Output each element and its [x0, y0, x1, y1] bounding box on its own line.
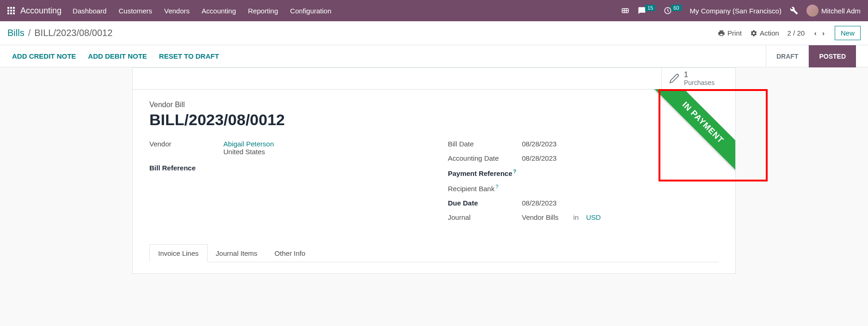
svg-rect-5 [13, 10, 15, 12]
svg-rect-7 [10, 12, 12, 14]
vendor-label: Vendor [149, 140, 223, 148]
purchases-count: 1 [684, 71, 714, 79]
tab-invoice-lines[interactable]: Invoice Lines [149, 244, 208, 262]
journal-in-label: in [573, 213, 579, 221]
svg-rect-3 [7, 10, 9, 12]
activities-icon[interactable]: 60 [664, 6, 681, 15]
help-icon[interactable]: ? [495, 184, 498, 189]
pager: 2 / 20 ‹ › [788, 29, 826, 37]
svg-rect-2 [13, 7, 15, 9]
right-column: Bill Date 08/28/2023 Accounting Date 08/… [448, 140, 719, 228]
add-credit-note-button[interactable]: ADD CREDIT NOTE [12, 52, 76, 60]
journal-label: Journal [448, 213, 522, 221]
new-button[interactable]: New [835, 26, 861, 40]
left-column: Vendor Abigail Peterson United States Bi… [149, 140, 420, 228]
due-date-value[interactable]: 08/28/2023 [522, 199, 557, 207]
edit-icon [669, 73, 679, 84]
accounting-date-value[interactable]: 08/28/2023 [522, 154, 557, 162]
menu-reporting[interactable]: Reporting [248, 7, 278, 15]
bill-date-value[interactable]: 08/28/2023 [522, 140, 557, 148]
main-menu: Dashboard Customers Vendors Accounting R… [73, 7, 331, 15]
user-name: Mitchell Adm [821, 7, 861, 15]
form-sheet: 1 Purchases IN PAYMENT Vendor Bill BILL/… [132, 67, 736, 274]
print-button[interactable]: Print [718, 29, 742, 37]
tab-other-info[interactable]: Other Info [266, 244, 314, 262]
action-button[interactable]: Action [750, 29, 779, 37]
pager-next-icon[interactable]: › [820, 29, 826, 37]
due-date-label: Due Date [448, 199, 522, 207]
vendor-link[interactable]: Abigail Peterson [223, 140, 274, 148]
debug-icon[interactable] [790, 6, 798, 15]
reset-to-draft-button[interactable]: RESET TO DRAFT [159, 52, 219, 60]
svg-rect-4 [10, 10, 12, 12]
top-navbar: Accounting Dashboard Customers Vendors A… [0, 0, 868, 21]
control-panel: Bills / BILL/2023/08/0012 Print Action 2… [0, 21, 868, 45]
menu-vendors[interactable]: Vendors [164, 7, 190, 15]
menu-accounting[interactable]: Accounting [202, 7, 236, 15]
shortcuts-icon[interactable] [621, 6, 629, 15]
journal-value[interactable]: Vendor Bills [522, 213, 559, 221]
add-debit-note-button[interactable]: ADD DEBIT NOTE [88, 52, 147, 60]
pager-text[interactable]: 2 / 20 [788, 29, 805, 37]
vendor-country: United States [223, 148, 274, 156]
messages-icon[interactable]: 15 [638, 6, 655, 15]
svg-rect-1 [10, 7, 12, 9]
purchases-label: Purchases [684, 79, 714, 86]
menu-dashboard[interactable]: Dashboard [73, 7, 106, 15]
payment-reference-label: Payment Reference? [448, 169, 522, 177]
bill-date-label: Bill Date [448, 140, 522, 148]
svg-rect-6 [7, 12, 9, 14]
purchases-stat-button[interactable]: 1 Purchases [661, 68, 735, 89]
recipient-bank-label: Recipient Bank? [448, 184, 522, 193]
document-title: BILL/2023/08/0012 [149, 111, 719, 129]
breadcrumb-root[interactable]: Bills [7, 28, 25, 38]
messages-badge: 15 [645, 5, 655, 11]
user-menu[interactable]: Mitchell Adm [806, 5, 861, 17]
apps-icon[interactable] [7, 7, 15, 14]
tab-journal-items[interactable]: Journal Items [207, 244, 266, 262]
document-type-label: Vendor Bill [149, 101, 719, 109]
tabs: Invoice Lines Journal Items Other Info [149, 244, 719, 262]
status-steps: DRAFT POSTED [766, 45, 856, 67]
topbar-right: 15 60 My Company (San Francisco) Mitchel… [621, 5, 861, 17]
accounting-date-label: Accounting Date [448, 154, 522, 162]
menu-configuration[interactable]: Configuration [290, 7, 331, 15]
app-brand[interactable]: Accounting [20, 6, 62, 16]
breadcrumb-current: BILL/2023/08/0012 [34, 28, 112, 38]
menu-customers[interactable]: Customers [118, 7, 152, 15]
activities-badge: 60 [671, 5, 681, 11]
svg-rect-0 [7, 7, 9, 9]
company-switcher[interactable]: My Company (San Francisco) [690, 7, 782, 15]
bill-reference-label: Bill Reference [149, 164, 223, 172]
breadcrumb: Bills / BILL/2023/08/0012 [7, 28, 112, 38]
breadcrumb-separator: / [28, 28, 31, 38]
statusbar: ADD CREDIT NOTE ADD DEBIT NOTE RESET TO … [0, 45, 868, 67]
user-avatar [806, 5, 819, 17]
status-posted[interactable]: POSTED [808, 45, 856, 67]
button-box: 1 Purchases [133, 68, 735, 90]
journal-currency[interactable]: USD [586, 213, 601, 221]
svg-rect-8 [13, 12, 15, 14]
pager-prev-icon[interactable]: ‹ [813, 29, 819, 37]
help-icon[interactable]: ? [513, 169, 517, 174]
